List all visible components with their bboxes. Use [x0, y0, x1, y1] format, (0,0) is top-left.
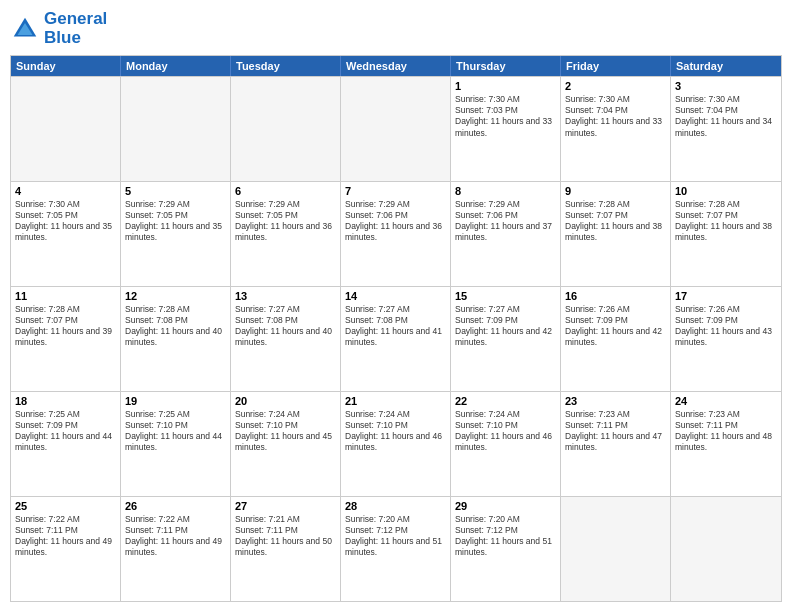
week-row-1: 1Sunrise: 7:30 AM Sunset: 7:03 PM Daylig…: [11, 76, 781, 181]
cell-date-number: 13: [235, 290, 336, 302]
calendar-cell: [121, 77, 231, 181]
cell-date-number: 10: [675, 185, 777, 197]
calendar-cell: 25Sunrise: 7:22 AM Sunset: 7:11 PM Dayli…: [11, 497, 121, 601]
cell-date-number: 11: [15, 290, 116, 302]
cell-date-number: 1: [455, 80, 556, 92]
day-header-wednesday: Wednesday: [341, 56, 451, 76]
calendar-cell: 17Sunrise: 7:26 AM Sunset: 7:09 PM Dayli…: [671, 287, 781, 391]
cell-daylight-info: Sunrise: 7:28 AM Sunset: 7:08 PM Dayligh…: [125, 304, 226, 348]
calendar-cell: 4Sunrise: 7:30 AM Sunset: 7:05 PM Daylig…: [11, 182, 121, 286]
cell-daylight-info: Sunrise: 7:27 AM Sunset: 7:09 PM Dayligh…: [455, 304, 556, 348]
cell-date-number: 5: [125, 185, 226, 197]
calendar-cell: 28Sunrise: 7:20 AM Sunset: 7:12 PM Dayli…: [341, 497, 451, 601]
logo-text: General Blue: [44, 10, 107, 47]
cell-daylight-info: Sunrise: 7:30 AM Sunset: 7:04 PM Dayligh…: [565, 94, 666, 138]
calendar-cell: 3Sunrise: 7:30 AM Sunset: 7:04 PM Daylig…: [671, 77, 781, 181]
cell-date-number: 2: [565, 80, 666, 92]
day-header-saturday: Saturday: [671, 56, 781, 76]
calendar-cell: 13Sunrise: 7:27 AM Sunset: 7:08 PM Dayli…: [231, 287, 341, 391]
cell-daylight-info: Sunrise: 7:20 AM Sunset: 7:12 PM Dayligh…: [455, 514, 556, 558]
cell-daylight-info: Sunrise: 7:29 AM Sunset: 7:05 PM Dayligh…: [235, 199, 336, 243]
cell-date-number: 15: [455, 290, 556, 302]
cell-date-number: 6: [235, 185, 336, 197]
cell-date-number: 17: [675, 290, 777, 302]
calendar-cell: 15Sunrise: 7:27 AM Sunset: 7:09 PM Dayli…: [451, 287, 561, 391]
cell-daylight-info: Sunrise: 7:24 AM Sunset: 7:10 PM Dayligh…: [345, 409, 446, 453]
cell-date-number: 22: [455, 395, 556, 407]
calendar-cell: 18Sunrise: 7:25 AM Sunset: 7:09 PM Dayli…: [11, 392, 121, 496]
calendar-cell: 24Sunrise: 7:23 AM Sunset: 7:11 PM Dayli…: [671, 392, 781, 496]
calendar-cell: 16Sunrise: 7:26 AM Sunset: 7:09 PM Dayli…: [561, 287, 671, 391]
cell-date-number: 12: [125, 290, 226, 302]
cell-daylight-info: Sunrise: 7:30 AM Sunset: 7:03 PM Dayligh…: [455, 94, 556, 138]
calendar: SundayMondayTuesdayWednesdayThursdayFrid…: [10, 55, 782, 602]
calendar-cell: [341, 77, 451, 181]
cell-date-number: 19: [125, 395, 226, 407]
week-row-2: 4Sunrise: 7:30 AM Sunset: 7:05 PM Daylig…: [11, 181, 781, 286]
calendar-cell: 21Sunrise: 7:24 AM Sunset: 7:10 PM Dayli…: [341, 392, 451, 496]
cell-date-number: 21: [345, 395, 446, 407]
calendar-cell: 1Sunrise: 7:30 AM Sunset: 7:03 PM Daylig…: [451, 77, 561, 181]
cell-daylight-info: Sunrise: 7:24 AM Sunset: 7:10 PM Dayligh…: [235, 409, 336, 453]
day-header-sunday: Sunday: [11, 56, 121, 76]
cell-daylight-info: Sunrise: 7:23 AM Sunset: 7:11 PM Dayligh…: [565, 409, 666, 453]
week-row-5: 25Sunrise: 7:22 AM Sunset: 7:11 PM Dayli…: [11, 496, 781, 601]
cell-daylight-info: Sunrise: 7:25 AM Sunset: 7:09 PM Dayligh…: [15, 409, 116, 453]
cell-date-number: 29: [455, 500, 556, 512]
cell-daylight-info: Sunrise: 7:29 AM Sunset: 7:05 PM Dayligh…: [125, 199, 226, 243]
cell-daylight-info: Sunrise: 7:26 AM Sunset: 7:09 PM Dayligh…: [675, 304, 777, 348]
cell-daylight-info: Sunrise: 7:29 AM Sunset: 7:06 PM Dayligh…: [455, 199, 556, 243]
cell-date-number: 26: [125, 500, 226, 512]
calendar-cell: 14Sunrise: 7:27 AM Sunset: 7:08 PM Dayli…: [341, 287, 451, 391]
cell-date-number: 23: [565, 395, 666, 407]
cell-date-number: 7: [345, 185, 446, 197]
calendar-cell: [671, 497, 781, 601]
calendar-cell: 2Sunrise: 7:30 AM Sunset: 7:04 PM Daylig…: [561, 77, 671, 181]
cell-date-number: 16: [565, 290, 666, 302]
day-header-thursday: Thursday: [451, 56, 561, 76]
calendar-cell: 29Sunrise: 7:20 AM Sunset: 7:12 PM Dayli…: [451, 497, 561, 601]
cell-daylight-info: Sunrise: 7:24 AM Sunset: 7:10 PM Dayligh…: [455, 409, 556, 453]
cell-date-number: 18: [15, 395, 116, 407]
cell-date-number: 3: [675, 80, 777, 92]
cell-daylight-info: Sunrise: 7:23 AM Sunset: 7:11 PM Dayligh…: [675, 409, 777, 453]
cell-date-number: 20: [235, 395, 336, 407]
day-headers: SundayMondayTuesdayWednesdayThursdayFrid…: [11, 56, 781, 76]
logo: General Blue: [10, 10, 107, 47]
cell-daylight-info: Sunrise: 7:29 AM Sunset: 7:06 PM Dayligh…: [345, 199, 446, 243]
cell-daylight-info: Sunrise: 7:30 AM Sunset: 7:04 PM Dayligh…: [675, 94, 777, 138]
cell-date-number: 4: [15, 185, 116, 197]
logo-icon: [10, 14, 40, 44]
cell-date-number: 8: [455, 185, 556, 197]
cell-daylight-info: Sunrise: 7:25 AM Sunset: 7:10 PM Dayligh…: [125, 409, 226, 453]
cell-daylight-info: Sunrise: 7:28 AM Sunset: 7:07 PM Dayligh…: [15, 304, 116, 348]
day-header-tuesday: Tuesday: [231, 56, 341, 76]
calendar-cell: 26Sunrise: 7:22 AM Sunset: 7:11 PM Dayli…: [121, 497, 231, 601]
cell-daylight-info: Sunrise: 7:22 AM Sunset: 7:11 PM Dayligh…: [125, 514, 226, 558]
calendar-cell: 6Sunrise: 7:29 AM Sunset: 7:05 PM Daylig…: [231, 182, 341, 286]
calendar-cell: [231, 77, 341, 181]
cell-daylight-info: Sunrise: 7:28 AM Sunset: 7:07 PM Dayligh…: [565, 199, 666, 243]
cell-daylight-info: Sunrise: 7:26 AM Sunset: 7:09 PM Dayligh…: [565, 304, 666, 348]
header: General Blue: [10, 10, 782, 47]
calendar-cell: 19Sunrise: 7:25 AM Sunset: 7:10 PM Dayli…: [121, 392, 231, 496]
calendar-cell: 8Sunrise: 7:29 AM Sunset: 7:06 PM Daylig…: [451, 182, 561, 286]
calendar-cell: [561, 497, 671, 601]
day-header-friday: Friday: [561, 56, 671, 76]
cell-daylight-info: Sunrise: 7:20 AM Sunset: 7:12 PM Dayligh…: [345, 514, 446, 558]
cell-daylight-info: Sunrise: 7:27 AM Sunset: 7:08 PM Dayligh…: [235, 304, 336, 348]
page: General Blue SundayMondayTuesdayWednesda…: [0, 0, 792, 612]
calendar-cell: 27Sunrise: 7:21 AM Sunset: 7:11 PM Dayli…: [231, 497, 341, 601]
calendar-cell: 22Sunrise: 7:24 AM Sunset: 7:10 PM Dayli…: [451, 392, 561, 496]
calendar-cell: [11, 77, 121, 181]
calendar-cell: 5Sunrise: 7:29 AM Sunset: 7:05 PM Daylig…: [121, 182, 231, 286]
calendar-cell: 12Sunrise: 7:28 AM Sunset: 7:08 PM Dayli…: [121, 287, 231, 391]
cell-date-number: 14: [345, 290, 446, 302]
cell-daylight-info: Sunrise: 7:22 AM Sunset: 7:11 PM Dayligh…: [15, 514, 116, 558]
calendar-cell: 20Sunrise: 7:24 AM Sunset: 7:10 PM Dayli…: [231, 392, 341, 496]
cell-date-number: 28: [345, 500, 446, 512]
cell-date-number: 27: [235, 500, 336, 512]
cell-daylight-info: Sunrise: 7:28 AM Sunset: 7:07 PM Dayligh…: [675, 199, 777, 243]
day-header-monday: Monday: [121, 56, 231, 76]
cell-date-number: 9: [565, 185, 666, 197]
